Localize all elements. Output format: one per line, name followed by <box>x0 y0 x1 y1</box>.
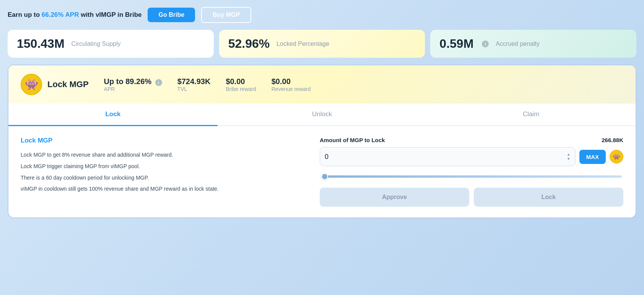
revenue-stat-group: $0.00 Revenue reward <box>272 77 311 92</box>
spinner-down[interactable]: ▼ <box>567 157 571 161</box>
amount-balance: 266.88K <box>602 137 623 143</box>
stat-cards: 150.43M Circulating Supply 52.96% Locked… <box>8 30 636 58</box>
tab-lock[interactable]: Lock <box>8 104 218 126</box>
accrued-label: Accrued penalty <box>496 41 540 47</box>
tvl-stat-label: TVL <box>177 86 211 92</box>
bribe-stat-group: $0.00 Bribe reward <box>226 77 256 92</box>
stat-card-accrued: 0.59M i Accrued penalty <box>430 30 636 58</box>
accrued-value: 0.59M <box>439 37 473 51</box>
card-header: 👾 Lock MGP Up to 89.26% i APR $724.93K T… <box>8 65 636 104</box>
circulating-label: Circulating Supply <box>72 41 121 47</box>
tabs: Lock Unlock Claim <box>8 104 636 126</box>
lock-button[interactable]: Lock <box>474 188 623 207</box>
input-row: ▲ ▼ MAX 👾 <box>320 147 623 166</box>
info-text-4: vIMGP in cooldown still gets 100% revenu… <box>21 185 297 194</box>
apr-stat-label: APR <box>104 86 162 92</box>
action-buttons: Approve Lock <box>320 188 623 207</box>
apr-value: Up to 89.26% <box>104 77 151 86</box>
bribe-stat-label: Bribe reward <box>226 86 256 92</box>
revenue-stat-label: Revenue reward <box>272 86 311 92</box>
locked-label: Locked Percentage <box>276 41 329 47</box>
apr-stat-group: Up to 89.26% i APR <box>104 77 162 92</box>
lock-section-title: Lock MGP <box>21 137 297 144</box>
approve-button[interactable]: Approve <box>320 188 469 207</box>
card-body: Lock MGP Lock MGP to get 8% revenue shar… <box>8 126 636 217</box>
left-section: Lock MGP Lock MGP to get 8% revenue shar… <box>21 137 297 207</box>
mgp-logo-icon: 👾 <box>21 74 42 95</box>
bribe-stat-value: $0.00 <box>226 77 256 86</box>
mgp-icon-small[interactable]: 👾 <box>610 150 623 164</box>
tvl-stat-group: $724.93K TVL <box>177 77 211 92</box>
info-text-2: Lock MGP trigger claiming MGP from vIMGP… <box>21 162 297 171</box>
banner-text: Earn up to 66.26% APR with vIMGP in Brib… <box>8 11 141 19</box>
mgp-logo: 👾 Lock MGP <box>21 74 89 95</box>
top-banner: Earn up to 66.26% APR with vIMGP in Brib… <box>8 7 636 23</box>
amount-input[interactable] <box>325 153 567 161</box>
spinner: ▲ ▼ <box>567 152 571 161</box>
revenue-stat-value: $0.00 <box>272 77 311 86</box>
banner-suffix: with vIMGP in Bribe <box>79 11 141 18</box>
stat-card-circulating: 150.43M Circulating Supply <box>8 30 214 58</box>
buy-mgp-button[interactable]: Buy MGP <box>201 7 251 23</box>
locked-value: 52.96% <box>228 37 270 51</box>
input-wrapper: ▲ ▼ <box>320 147 576 166</box>
info-text-3: There is a 60 day cooldown period for un… <box>21 173 297 183</box>
spinner-up[interactable]: ▲ <box>567 152 571 156</box>
info-text-1: Lock MGP to get 8% revenue share and add… <box>21 151 297 160</box>
tab-claim[interactable]: Claim <box>426 104 636 126</box>
apr-info-icon: i <box>155 79 162 86</box>
tab-unlock[interactable]: Unlock <box>218 104 427 126</box>
apr-stat-value: Up to 89.26% i <box>104 77 162 86</box>
tvl-stat-value: $724.93K <box>177 77 211 86</box>
circulating-value: 150.43M <box>17 37 65 51</box>
stat-card-locked: 52.96% Locked Percentage <box>219 30 425 58</box>
slider-wrapper <box>320 172 623 179</box>
go-bribe-button[interactable]: Go Bribe <box>148 8 195 22</box>
mgp-logo-text: Lock MGP <box>47 79 89 89</box>
main-card: 👾 Lock MGP Up to 89.26% i APR $724.93K T… <box>8 65 636 218</box>
apr-highlight: 66.26% APR <box>42 11 79 18</box>
right-section: Amount of MGP to Lock 266.88K ▲ ▼ MAX 👾 <box>320 137 623 207</box>
info-icon: i <box>482 41 489 47</box>
amount-header: Amount of MGP to Lock 266.88K <box>320 137 623 143</box>
max-button[interactable]: MAX <box>579 150 606 164</box>
amount-label: Amount of MGP to Lock <box>320 137 385 143</box>
amount-slider[interactable] <box>321 175 622 178</box>
